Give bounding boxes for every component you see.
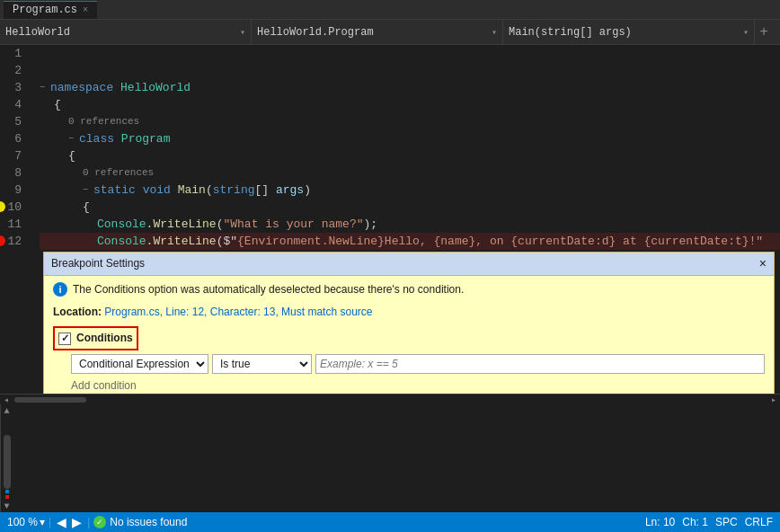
h-scroll-right[interactable]: ▸: [769, 395, 778, 405]
scroll-up-button[interactable]: ▲: [1, 404, 13, 417]
line-num-4: 4: [0, 96, 29, 113]
code-line-4: {: [40, 96, 780, 113]
scroll-thumb[interactable]: [4, 435, 11, 489]
add-watch-button[interactable]: +: [755, 24, 773, 40]
class-label: HelloWorld.Program: [257, 26, 374, 39]
code-line-9: − static void Main ( string [] args ): [40, 182, 780, 199]
condition-expression-input[interactable]: [315, 354, 765, 374]
bp-panel-body: i The Conditions option was automaticall…: [44, 276, 774, 394]
h-scroll-left[interactable]: ◂: [2, 395, 11, 405]
editor-tab[interactable]: Program.cs ×: [4, 1, 97, 19]
bp-panel-title: Breakpoint Settings: [51, 255, 145, 272]
info-icon: i: [53, 282, 67, 297]
code-area: 1 2 3 4 5 6 7 8 9 10 11 12: [0, 45, 780, 404]
project-label: HelloWorld: [5, 26, 70, 39]
code-line-5: 0 references: [40, 113, 780, 130]
method-dropdown[interactable]: Main(string[] args) ▾: [503, 20, 755, 45]
zoom-arrow-icon: ▾: [40, 516, 45, 528]
line-ending-label[interactable]: CRLF: [745, 516, 773, 528]
bp-location-value[interactable]: Program.cs, Line: 12, Character: 13, Mus…: [104, 306, 372, 318]
conditions-checkbox[interactable]: ✓: [58, 332, 71, 345]
toolbar: HelloWorld ▾ HelloWorld.Program ▾ Main(s…: [0, 20, 780, 45]
code-line-1: [40, 45, 780, 62]
tab-close-icon[interactable]: ×: [83, 5, 88, 15]
bp-location-label: Location:: [53, 306, 102, 318]
ref-0-method: 0 references: [83, 164, 154, 182]
zoom-value: 100 %: [7, 516, 38, 528]
status-right: Ln: 10 Ch: 1 SPC CRLF: [645, 516, 773, 528]
line-num-3: 3: [0, 79, 29, 96]
conditions-box: ✓ Conditions: [53, 326, 138, 350]
line-num-7: 7: [0, 147, 29, 164]
line-num-5: 5: [0, 113, 29, 130]
code-lines: 1 2 3 4 5 6 7 8 9 10 11 12: [0, 45, 780, 394]
nav-buttons: ◀ ▶: [55, 515, 84, 529]
bp-conditions-section: ✓ Conditions: [53, 326, 765, 350]
tab-label: Program.cs: [13, 4, 77, 16]
line-num-9: 9: [0, 182, 29, 199]
code-line-7: {: [40, 147, 780, 164]
bp-condition-controls: Conditional Expression Hit Count Filter …: [71, 354, 765, 374]
line-num-1: 1: [0, 45, 29, 62]
code-line-10: {: [40, 199, 780, 216]
conditions-label: Conditions: [76, 330, 133, 347]
cursor-position[interactable]: Ln: 10: [645, 516, 675, 528]
kw-namespace: namespace: [50, 79, 113, 96]
line-num-11: 11: [0, 216, 29, 233]
code-line-2: [40, 62, 780, 79]
code-line-11: Console . WriteLine ( "What is your name…: [40, 216, 780, 233]
code-line-12: Console . WriteLine ($" {Environment.New…: [40, 233, 780, 250]
status-bar: 100 % ▾ | ◀ ▶ | ✓ No issues found Ln: 10…: [0, 512, 780, 532]
horizontal-scrollbar[interactable]: ◂ ▸: [0, 394, 780, 404]
ns-helloworld: HelloWorld: [120, 79, 191, 96]
ref-0-class: 0 references: [68, 113, 139, 130]
method-dropdown-arrow: ▾: [743, 27, 749, 38]
condition-type-select[interactable]: Conditional Expression Hit Count Filter: [71, 354, 208, 374]
method-label: Main(string[] args): [509, 26, 632, 39]
encoding-label[interactable]: SPC: [715, 516, 738, 528]
class-dropdown[interactable]: HelloWorld.Program ▾: [252, 20, 503, 45]
vertical-scrollbar[interactable]: ▲ ▼: [0, 404, 13, 512]
project-dropdown[interactable]: HelloWorld ▾: [0, 20, 252, 45]
bp-titlebar: Breakpoint Settings ×: [44, 253, 774, 276]
condition-when-select[interactable]: Is true When changed: [212, 354, 312, 374]
line-num-2: 2: [0, 62, 29, 79]
code-content: − namespace HelloWorld { 0 references: [36, 45, 780, 394]
expand-method[interactable]: −: [83, 182, 93, 199]
health-message: No issues found: [110, 516, 187, 528]
code-editor: 1 2 3 4 5 6 7 8 9 10 11 12: [0, 45, 780, 512]
h-scroll-thumb[interactable]: [14, 397, 86, 403]
project-dropdown-arrow: ▾: [240, 27, 245, 38]
expand-class[interactable]: −: [68, 130, 79, 147]
code-line-8: 0 references: [40, 164, 780, 182]
line-num-6: 6: [0, 130, 29, 147]
bp-info-message: The Conditions option was automatically …: [73, 281, 464, 298]
scroll-down-button[interactable]: ▼: [1, 500, 13, 512]
class-dropdown-arrow: ▾: [492, 27, 497, 38]
nav-left-button[interactable]: ◀: [55, 515, 68, 529]
minimap-accent: [5, 490, 9, 493]
health-icon: ✓: [93, 516, 106, 528]
line-numbers: 1 2 3 4 5 6 7 8 9 10 11 12: [0, 45, 36, 394]
title-bar: Program.cs ×: [0, 0, 780, 20]
breakpoint-marker: [0, 235, 5, 246]
minimap-breakpoint: [5, 495, 9, 499]
breakpoint-panel: Breakpoint Settings × i The Conditions o…: [43, 252, 775, 394]
code-line-3: − namespace HelloWorld: [40, 79, 780, 96]
line-num-10: 10: [0, 199, 29, 216]
cursor-char[interactable]: Ch: 1: [682, 516, 708, 528]
line-num-12: 12: [0, 233, 29, 250]
code-line-6: − class Program: [40, 130, 780, 147]
zoom-level[interactable]: 100 % ▾: [7, 516, 45, 528]
warning-marker: [0, 201, 5, 212]
add-condition-link[interactable]: Add condition: [71, 377, 765, 394]
nav-right-button[interactable]: ▶: [70, 515, 84, 529]
bp-location-row: Location: Program.cs, Line: 12, Characte…: [53, 304, 765, 321]
expand-namespace[interactable]: −: [40, 79, 50, 96]
editor-container: 1 2 3 4 5 6 7 8 9 10 11 12: [0, 45, 780, 512]
bp-info-row: i The Conditions option was automaticall…: [53, 281, 765, 298]
bp-close-icon[interactable]: ×: [759, 255, 767, 272]
line-num-8: 8: [0, 164, 29, 182]
